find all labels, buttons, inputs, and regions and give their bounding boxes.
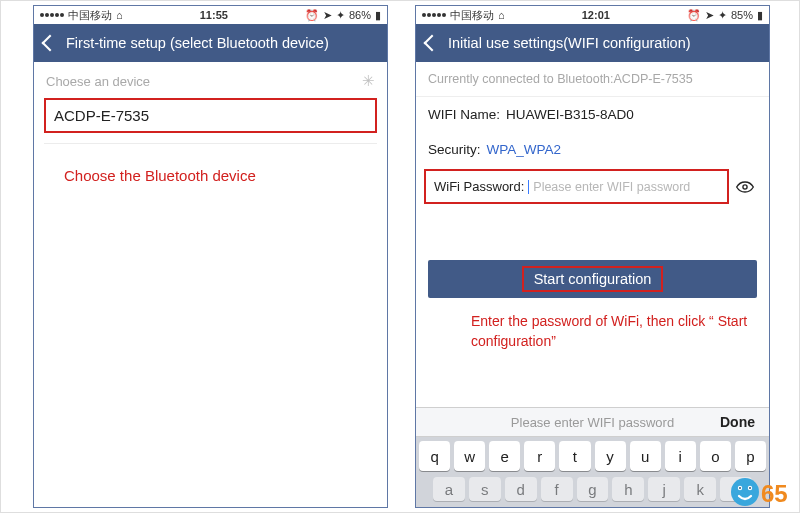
- keyboard-accessory: Please enter WIFI password Done: [416, 407, 769, 437]
- key-r[interactable]: r: [524, 441, 555, 471]
- security-value[interactable]: WPA_WPA2: [487, 142, 562, 157]
- key-i[interactable]: i: [665, 441, 696, 471]
- key-t[interactable]: t: [559, 441, 590, 471]
- wifi-icon: ⌂: [498, 9, 505, 21]
- location-icon: ➤: [323, 9, 332, 22]
- bluetooth-icon: ✦: [336, 9, 345, 22]
- key-h[interactable]: h: [612, 477, 644, 501]
- key-e[interactable]: e: [489, 441, 520, 471]
- header-bar: First-time setup (select Bluetooth devic…: [34, 24, 387, 62]
- key-k[interactable]: k: [684, 477, 716, 501]
- keyboard-done-button[interactable]: Done: [720, 414, 755, 430]
- key-y[interactable]: y: [595, 441, 626, 471]
- carrier-label: 中国移动: [450, 8, 494, 23]
- security-label: Security:: [428, 142, 481, 157]
- key-p[interactable]: p: [735, 441, 766, 471]
- choose-device-label: Choese an device ✳: [34, 62, 387, 98]
- phone-left: 中国移动 ⌂ 11:55 ⏰ ➤ ✦ 86% ▮ First-time setu…: [33, 5, 388, 508]
- svg-point-0: [743, 184, 747, 188]
- key-f[interactable]: f: [541, 477, 573, 501]
- battery-label: 85%: [731, 9, 753, 21]
- divider: [44, 143, 377, 144]
- key-d[interactable]: d: [505, 477, 537, 501]
- wifi-name-row: WIFI Name: HUAWEI-B315-8AD0: [416, 97, 769, 132]
- wifi-password-placeholder: Please enter WIFI password: [533, 180, 690, 194]
- signal-icon: [422, 13, 446, 17]
- decor-icon: ✳: [362, 72, 375, 90]
- alarm-icon: ⏰: [305, 9, 319, 22]
- show-password-icon[interactable]: [733, 175, 757, 199]
- back-icon[interactable]: [424, 35, 441, 52]
- security-row: Security: WPA_WPA2: [416, 132, 769, 167]
- keyboard-row-1: q w e r t y u i o p: [419, 441, 766, 471]
- device-item[interactable]: ACDP-E-7535: [44, 98, 377, 133]
- alarm-icon: ⏰: [687, 9, 701, 22]
- key-s[interactable]: s: [469, 477, 501, 501]
- key-o[interactable]: o: [700, 441, 731, 471]
- text-cursor: [528, 180, 529, 194]
- keyboard-placeholder: Please enter WIFI password: [511, 415, 674, 430]
- key-w[interactable]: w: [454, 441, 485, 471]
- wifi-password-label: WiFi Password:: [434, 179, 524, 194]
- key-a[interactable]: a: [433, 477, 465, 501]
- annotation-caption: Enter the password of WiFi, then click “…: [471, 312, 755, 351]
- connected-info: Currently connected to Bluetooth:ACDP-E-…: [416, 62, 769, 97]
- status-bar: 中国移动 ⌂ 12:01 ⏰ ➤ ✦ 85% ▮: [416, 6, 769, 24]
- battery-icon: ▮: [757, 9, 763, 22]
- bluetooth-icon: ✦: [718, 9, 727, 22]
- key-q[interactable]: q: [419, 441, 450, 471]
- wifi-icon: ⌂: [116, 9, 123, 21]
- start-configuration-label: Start configuration: [522, 266, 664, 292]
- keyboard: Please enter WIFI password Done q w e r …: [416, 407, 769, 507]
- wifi-name-label: WIFI Name:: [428, 107, 500, 122]
- key-u[interactable]: u: [630, 441, 661, 471]
- key-g[interactable]: g: [577, 477, 609, 501]
- page-title: First-time setup (select Bluetooth devic…: [66, 35, 379, 51]
- battery-icon: ▮: [375, 9, 381, 22]
- clock: 12:01: [582, 9, 610, 21]
- annotation-caption: Choose the Bluetooth device: [64, 166, 369, 186]
- phone-right: 中国移动 ⌂ 12:01 ⏰ ➤ ✦ 85% ▮ Initial use set…: [415, 5, 770, 508]
- header-bar: Initial use settings(WIFI configuration): [416, 24, 769, 62]
- back-icon[interactable]: [42, 35, 59, 52]
- status-bar: 中国移动 ⌂ 11:55 ⏰ ➤ ✦ 86% ▮: [34, 6, 387, 24]
- clock: 11:55: [200, 9, 228, 21]
- battery-label: 86%: [349, 9, 371, 21]
- key-l[interactable]: l: [720, 477, 752, 501]
- carrier-label: 中国移动: [68, 8, 112, 23]
- location-icon: ➤: [705, 9, 714, 22]
- wifi-password-field[interactable]: WiFi Password: Please enter WIFI passwor…: [424, 169, 729, 204]
- start-configuration-button[interactable]: Start configuration: [428, 260, 757, 298]
- keyboard-row-2: a s d f g h j k l: [419, 477, 766, 501]
- page-title: Initial use settings(WIFI configuration): [448, 35, 761, 51]
- key-j[interactable]: j: [648, 477, 680, 501]
- wifi-name-value: HUAWEI-B315-8AD0: [506, 107, 634, 122]
- signal-icon: [40, 13, 64, 17]
